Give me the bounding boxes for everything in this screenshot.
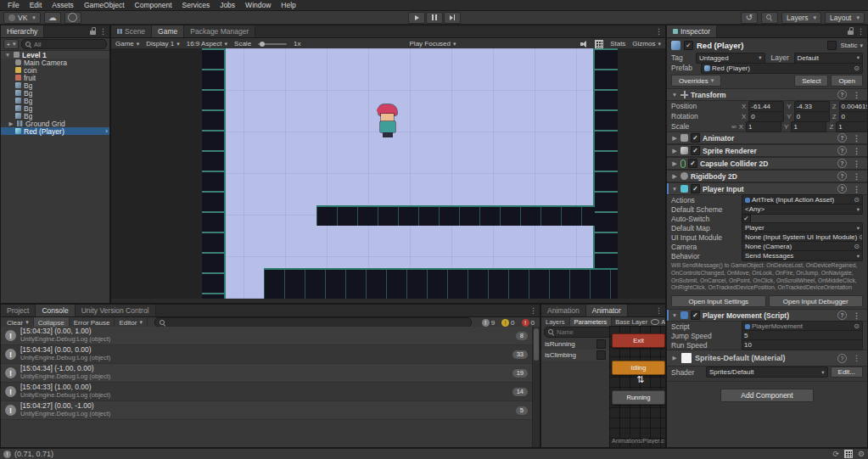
layers-dropdown[interactable]: Layers (781, 12, 821, 24)
cloud-services-button[interactable]: ☁ (44, 12, 61, 24)
open-input-settings-button[interactable]: Open Input Settings (671, 295, 766, 307)
parameter-isclimbing[interactable]: isClimbing (541, 350, 609, 361)
auto-live-link-toggle[interactable]: Auto Live Link (661, 318, 665, 326)
object-picker-icon[interactable] (859, 233, 863, 241)
tab-console[interactable]: Console (36, 305, 75, 316)
help-icon[interactable] (837, 90, 847, 99)
tab-inspector[interactable]: Inspector (667, 25, 717, 37)
component-enabled-checkbox[interactable] (691, 311, 700, 320)
tag-dropdown[interactable]: Untagged (696, 53, 765, 64)
step-button[interactable] (444, 12, 461, 24)
create-button[interactable] (3, 39, 19, 49)
aspect-dropdown[interactable]: 16:9 Aspect (187, 40, 227, 48)
hierarchy-item-bg-2[interactable]: Bg (1, 89, 109, 97)
scrollbar-thumb[interactable] (534, 328, 539, 361)
foldout-icon[interactable] (671, 312, 678, 318)
foldout-icon[interactable] (671, 160, 678, 167)
help-icon[interactable] (837, 146, 847, 155)
hierarchy-item-coin[interactable]: coin (1, 66, 109, 74)
log-entry[interactable]: [15:04:34] (-1.00, 0.00)UnityEngine.Debu… (1, 364, 540, 383)
static-dropdown[interactable]: Static (840, 42, 863, 49)
display-mode-dropdown[interactable]: Game (115, 40, 139, 48)
position-y-field[interactable]: -4.33 (794, 101, 830, 112)
lock-icon[interactable] (848, 27, 854, 35)
panel-menu-icon[interactable]: ⋮ (527, 305, 540, 316)
component-menu-icon[interactable]: ⋮ (850, 311, 863, 320)
gameobject-name[interactable]: Red (Player) (697, 41, 743, 50)
panel-menu-icon[interactable]: ⋮ (854, 25, 867, 37)
layer-breadcrumb[interactable]: Base Layer (612, 318, 651, 326)
hierarchy-item-bg-1[interactable]: Bg (1, 81, 109, 89)
menu-help[interactable]: Help (276, 1, 300, 9)
tab-hierarchy[interactable]: Hierarchy (1, 25, 44, 37)
run-speed-field[interactable]: 10 (742, 339, 863, 350)
component-menu-icon[interactable]: ⋮ (850, 172, 863, 181)
rotation-y-field[interactable]: 0 (794, 111, 830, 122)
panel-menu-icon[interactable]: ⋮ (652, 305, 665, 316)
shader-dropdown[interactable]: Sprites/Default (706, 367, 828, 378)
info-count[interactable]: 9 (479, 319, 498, 327)
menu-assets[interactable]: Assets (47, 1, 79, 9)
component-enabled-checkbox[interactable] (691, 133, 700, 143)
object-picker-icon[interactable] (854, 243, 860, 250)
menu-gameobject[interactable]: GameObject (79, 1, 130, 9)
tab-project[interactable]: Project (1, 305, 36, 316)
display-dropdown[interactable]: Display 1 (146, 40, 179, 48)
state-machine-graph[interactable]: Exit Idling Running ⇅ Animations/Player.… (609, 326, 665, 447)
tab-scene[interactable]: Scene (111, 25, 152, 37)
global-search-button[interactable] (761, 12, 778, 24)
activity-icon[interactable]: ⚙ (858, 450, 865, 458)
state-running[interactable]: Running (612, 390, 665, 405)
component-menu-icon[interactable]: ⋮ (850, 185, 863, 193)
expander-icon[interactable] (8, 120, 14, 127)
player-movement-header[interactable]: Player Movement (Script) ⋮ (667, 309, 867, 322)
tab-animation[interactable]: Animation (541, 305, 586, 316)
component-enabled-checkbox[interactable] (688, 159, 697, 168)
stats-button[interactable]: Stats (610, 40, 625, 48)
tab-unity-version-control[interactable]: Unity Version Control (76, 305, 156, 316)
mute-audio-icon[interactable] (580, 41, 588, 48)
tab-package-manager[interactable]: Package Manager (184, 25, 255, 37)
tab-game[interactable]: Game (152, 25, 184, 37)
help-icon[interactable] (837, 184, 847, 193)
vsync-icon[interactable] (595, 40, 603, 48)
scale-y-field[interactable]: 1 (791, 121, 826, 132)
log-entry[interactable]: [15:04:27] (0.00, -1.00)UnityEngine.Debu… (1, 401, 540, 420)
hierarchy-item-bg-3[interactable]: Bg (1, 97, 109, 104)
component-menu-icon[interactable]: ⋮ (850, 147, 863, 155)
undo-history-button[interactable]: ↺ (741, 12, 758, 24)
prefab-object-field[interactable]: Red (Player) (701, 63, 863, 74)
material-header[interactable]: Sprites-Default (Material) ⋮ (667, 350, 867, 367)
hierarchy-search-input[interactable]: All (21, 39, 107, 49)
component-menu-icon[interactable]: ⋮ (850, 160, 863, 168)
foldout-icon[interactable] (671, 135, 678, 142)
static-checkbox[interactable] (827, 41, 837, 50)
menu-file[interactable]: File (3, 1, 25, 9)
scale-z-field[interactable]: 1 (836, 121, 868, 132)
pause-button[interactable] (426, 12, 443, 24)
foldout-icon[interactable] (671, 186, 678, 192)
auto-refresh-icon[interactable]: ⟳ (832, 450, 839, 458)
game-viewport[interactable] (111, 48, 665, 299)
account-button[interactable]: VK (3, 12, 41, 24)
log-entry[interactable]: [15:04:32] (0.00, 1.00)UnityEngine.Debug… (1, 327, 540, 345)
menu-services[interactable]: Services (177, 1, 216, 9)
component-menu-icon[interactable]: ⋮ (850, 134, 863, 143)
state-exit[interactable]: Exit (612, 333, 665, 348)
parameter-value-checkbox[interactable] (596, 339, 606, 349)
object-picker-icon[interactable] (854, 64, 860, 72)
panel-menu-icon[interactable]: ⋮ (652, 25, 665, 37)
menu-jobs[interactable]: Jobs (215, 1, 240, 9)
add-component-button[interactable]: Add Component (720, 389, 814, 402)
panel-menu-icon[interactable]: ⋮ (97, 25, 109, 37)
lock-icon[interactable] (90, 27, 97, 35)
hierarchy-item-red-player[interactable]: Red (Player) (1, 127, 109, 135)
help-icon[interactable] (837, 354, 847, 363)
component-menu-icon[interactable]: ⋮ (850, 91, 863, 99)
tab-animator[interactable]: Animator (586, 305, 628, 316)
shader-edit-button[interactable]: Edit... (831, 367, 863, 378)
component-enabled-checkbox[interactable] (691, 146, 700, 155)
position-x-field[interactable]: -61.44 (748, 101, 784, 112)
menu-component[interactable]: Component (130, 1, 177, 9)
behavior-dropdown[interactable]: Send Messages (742, 250, 863, 261)
